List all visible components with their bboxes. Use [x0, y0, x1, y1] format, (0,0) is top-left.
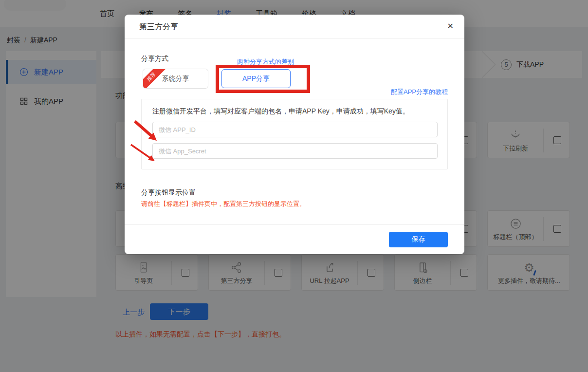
third-party-share-modal: 第三方分享 ✕ 分享方式 两种分享方式的差别 推荐 系统分享 APP分享 配置A…: [125, 15, 464, 254]
wechat-appsecret-input[interactable]: [152, 143, 438, 159]
app-share-tutorial-link[interactable]: 配置APP分享的教程: [391, 88, 448, 96]
modal-title: 第三方分享: [139, 22, 178, 32]
wechat-config-box: 注册微信开发平台，填写对应客户端的包名，申请APP Key，申请成功，填写Key…: [141, 99, 448, 169]
modal-footer-divider: [125, 224, 464, 225]
modal-header: 第三方分享 ✕: [125, 15, 464, 39]
share-method-difference-link[interactable]: 两种分享方式的差别: [237, 57, 294, 66]
system-share-label: 系统分享: [162, 74, 189, 82]
wechat-instruction-text: 注册微信开发平台，填写对应客户端的包名，申请APP Key，申请成功，填写Key…: [152, 107, 409, 116]
close-icon[interactable]: ✕: [447, 21, 454, 31]
wechat-appid-input[interactable]: [152, 122, 438, 137]
app-share-button[interactable]: APP分享: [221, 69, 291, 88]
share-button-position-note: 请前往【标题栏】插件页中，配置第三方按钮的显示位置。: [141, 200, 306, 208]
share-method-label: 分享方式: [141, 55, 168, 63]
save-button[interactable]: 保存: [389, 232, 448, 247]
system-share-button[interactable]: 推荐 系统分享: [143, 69, 208, 89]
share-button-position-label: 分享按钮显示位置: [141, 188, 196, 197]
